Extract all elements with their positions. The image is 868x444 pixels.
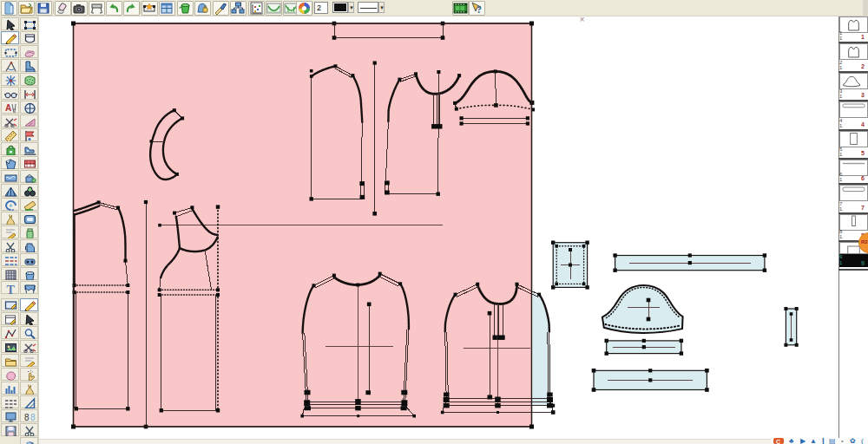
svg-text:8: 8 (30, 413, 36, 422)
svg-text:A: A (5, 103, 11, 113)
svg-text:?: ? (477, 3, 482, 15)
svg-text:×: × (580, 16, 585, 24)
svg-text:T: T (7, 284, 16, 295)
svg-text:8: 8 (24, 413, 30, 422)
